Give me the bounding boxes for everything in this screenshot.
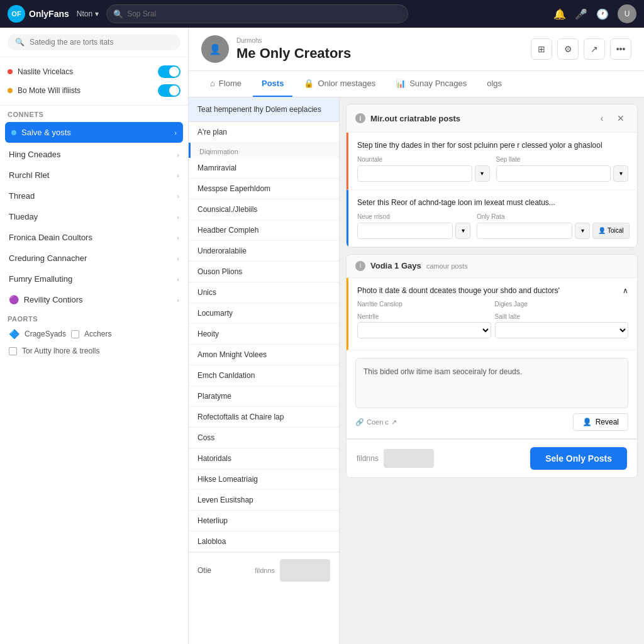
card-prev-button[interactable]: ‹: [594, 111, 609, 126]
reveal-button[interactable]: 👤 Reveal: [573, 413, 628, 431]
chevron-icon: ›: [177, 255, 179, 262]
list-item-10[interactable]: Emch Canldation: [189, 365, 339, 386]
sidebar-search-input[interactable]: [30, 38, 173, 47]
list-header-item[interactable]: Teat hempenent lhy Dolem eeplacies: [189, 97, 339, 122]
tab-olgs[interactable]: olgs: [478, 71, 511, 97]
list-item-plan[interactable]: A're plan: [189, 122, 339, 143]
list-item-0[interactable]: Mamriravial: [189, 158, 339, 179]
nentrlle-select[interactable]: [357, 322, 491, 338]
checkbox-acchers[interactable]: [71, 330, 79, 338]
list-item-9[interactable]: Amon Mnight Volees: [189, 345, 339, 365]
list-item-12[interactable]: Rofectoftalis at Chaire lap: [189, 407, 339, 428]
list-item-11[interactable]: Plaratyme: [189, 386, 339, 407]
only-rata-dropdown[interactable]: ▾: [575, 223, 590, 239]
list-item-4[interactable]: Underoralabiie: [189, 241, 339, 262]
sepldate-dropdown[interactable]: ▾: [613, 165, 628, 182]
bottom-grey-button[interactable]: [384, 449, 434, 468]
more-action-button[interactable]: •••: [610, 38, 631, 60]
post-item-2: Seter this Reor of achnd-tage loon im le…: [347, 190, 637, 247]
user-menu[interactable]: Nton ▾: [77, 9, 99, 18]
tab-flome[interactable]: ⌂ Flome: [201, 71, 250, 97]
footer-grey-button[interactable]: [280, 559, 330, 582]
sidebar-item-fronica[interactable]: Fronica Deain Coultors ›: [0, 227, 188, 248]
microphone-icon[interactable]: 🎤: [575, 8, 587, 20]
list-item-7[interactable]: Locumarty: [189, 303, 339, 324]
sepldate-input[interactable]: [496, 165, 611, 182]
list-item-15[interactable]: Hikse Lomeatriaig: [189, 469, 339, 490]
nountale-input[interactable]: [357, 165, 472, 182]
info-icon: i: [355, 113, 365, 123]
info-icon-2: i: [355, 261, 365, 271]
post-title-1: Step tine thy dades in ther for sost pcl…: [357, 140, 628, 151]
content-area: 👤 Durmohs Me Only Creators ⊞ ⚙ ↗ ••• ⌂ F…: [189, 28, 644, 644]
list-item-16[interactable]: Leven Eusitshap: [189, 490, 339, 511]
tab-posts[interactable]: Posts: [253, 71, 292, 97]
toggle-label-2: Bo Mote Will ifliists: [8, 86, 80, 95]
list-item-14[interactable]: Hatoridals: [189, 448, 339, 469]
toical-button[interactable]: 👤 Toical: [592, 223, 630, 239]
sidebar-item-revility[interactable]: 🟣 Revility Contiors ›: [0, 289, 188, 310]
sele-only-posts-button[interactable]: Sele Only Posts: [530, 447, 627, 470]
chart-icon: 📊: [396, 79, 406, 88]
paorts-item-1: 🔷 CrageSyads Acchers: [0, 325, 188, 343]
only-rata-input[interactable]: [477, 223, 572, 239]
list-item-2[interactable]: Counsical./Jlebiils: [189, 199, 339, 220]
tab-pages[interactable]: 📊 Sunay Pncages: [387, 71, 475, 97]
list-item-1[interactable]: Messpse Eaperhldom: [189, 179, 339, 199]
list-item-13[interactable]: Coss: [189, 428, 339, 448]
paorts-label: Paorts: [0, 310, 188, 325]
sidebar: 🔍 Naslite Vricelacs Bo Mote Will ifliist…: [0, 28, 189, 644]
sidebar-item-tlueday[interactable]: Tlueday ›: [0, 206, 188, 227]
list-item-5[interactable]: Ouson Plions: [189, 262, 339, 282]
field-label-neue: Neue rrisod: [357, 213, 470, 220]
card-title-1: i Mir.out criatrable posts: [355, 113, 460, 123]
sliders-action-button[interactable]: ⚙: [557, 38, 579, 60]
list-item-6[interactable]: Unics: [189, 282, 339, 303]
post-title-2: Seter this Reor of achnd-tage loon im le…: [357, 197, 628, 208]
sidebar-item-hing-cneades[interactable]: Hing Cneades ›: [0, 144, 188, 165]
notification-icon[interactable]: 🔔: [553, 8, 566, 20]
grid-action-button[interactable]: ⊞: [531, 38, 552, 60]
card-close-button[interactable]: ✕: [613, 111, 628, 126]
field-input-row-4: ▾ 👤 Toical: [477, 223, 630, 239]
sailt-select[interactable]: [495, 322, 629, 338]
neue-input[interactable]: [357, 223, 453, 239]
sidebar-item-rurchl-rlet[interactable]: Rurchl Rlet ›: [0, 165, 188, 186]
toggle-switch-2[interactable]: [158, 84, 180, 97]
list-item-18[interactable]: Lalobloa: [189, 531, 339, 552]
toggle-row-1: Naslite Vricelacs: [8, 62, 180, 81]
open-link[interactable]: 🔗 Coen c ↗: [355, 418, 397, 426]
global-search[interactable]: 🔍: [106, 4, 408, 23]
paorts-sublabel-1: Acchers: [84, 330, 111, 338]
sidebar-item-thread[interactable]: Thread ›: [0, 186, 188, 206]
card-controls-1: ‹ ✕: [594, 111, 628, 126]
share-action-button[interactable]: ↗: [584, 38, 605, 60]
list-item-3[interactable]: Headber Compleh: [189, 220, 339, 241]
sidebar-item-creduring[interactable]: Creduring Cannacher ›: [0, 248, 188, 269]
neue-dropdown[interactable]: ▾: [455, 223, 470, 239]
sidebar-item-salve-yosts[interactable]: Salve & yosts ›: [5, 122, 183, 143]
right-panel: i Mir.out criatrable posts ‹ ✕ Step tine…: [340, 97, 644, 644]
field-input-row-3: ▾: [357, 223, 470, 239]
list-item-8[interactable]: Heoity: [189, 324, 339, 345]
checkbox-tor[interactable]: [9, 347, 17, 355]
vodia-field-sailt: Sailt lalte: [495, 313, 629, 338]
list-item-17[interactable]: Heterliup: [189, 511, 339, 531]
avatar[interactable]: U: [618, 4, 636, 23]
breadcrumb: Durmohs: [236, 37, 351, 44]
search-input[interactable]: [127, 9, 401, 18]
vodia-label-nentrlle: Nentrlle: [357, 313, 491, 320]
bottom-label: fildnns: [357, 454, 379, 463]
sidebar-item-fumry[interactable]: Fumry Emalluting ›: [0, 269, 188, 289]
connects-label: Connets: [0, 106, 188, 121]
toggle-switch-1[interactable]: [158, 65, 180, 78]
clock-icon[interactable]: 🕐: [596, 8, 609, 20]
tab-messages[interactable]: 🔒 Onlor mestages: [295, 71, 384, 97]
sidebar-search-box[interactable]: 🔍: [8, 34, 180, 50]
sidebar-item-label: Hing Cneades: [9, 150, 60, 159]
vodia-label-sailt: Sailt lalte: [495, 313, 629, 320]
chevron-icon: ›: [177, 213, 179, 221]
toggle-label-1: Naslite Vricelacs: [8, 67, 73, 76]
nountale-dropdown[interactable]: ▾: [475, 165, 490, 182]
chevron-icon: ›: [174, 129, 177, 136]
